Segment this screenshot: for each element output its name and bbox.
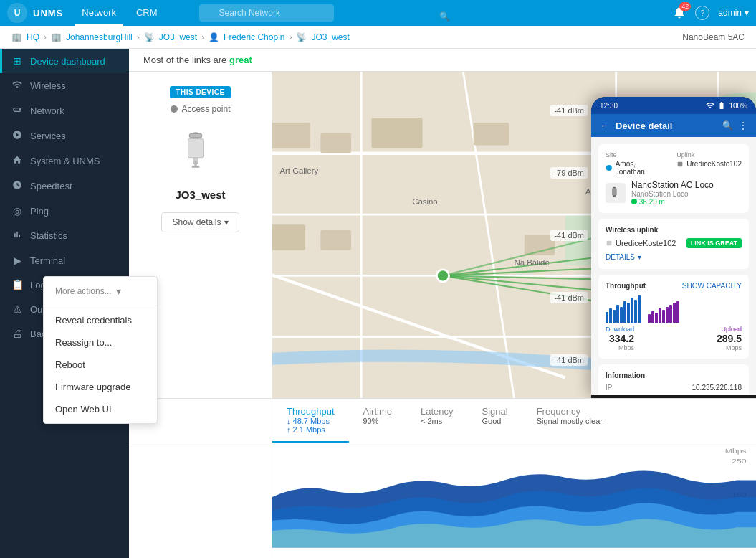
svg-rect-45 [607,241,612,246]
app-logo[interactable]: U [7,3,27,23]
device-type: Access point [170,104,230,114]
device-image [172,123,229,180]
svg-rect-5 [191,166,199,168]
svg-point-0 [171,105,178,113]
nav-tab-crm[interactable]: CRM [129,0,165,26]
svg-point-33 [436,270,449,282]
sidebar-item-ping[interactable]: ◎ Ping [0,199,129,223]
sidebar-item-system[interactable]: System & UNMS [0,148,129,174]
actions-dropdown: More actions... ▾ Reveal credentials Rea… [43,276,158,424]
breadcrumb-icon-person: 👤 [209,32,219,42]
logs-icon: 📋 [11,279,23,290]
breadcrumb-icon-device: 📡 [296,32,307,42]
breadcrumb-hq[interactable]: HQ [27,32,39,42]
dropdown-reassign[interactable]: Reassign to... [44,331,157,354]
show-capacity-button[interactable]: SHOW CAPACITY [682,282,742,290]
phone-back-button[interactable]: ← [600,120,610,131]
tab-latency[interactable]: Latency < 2ms [406,399,468,443]
phone-details-link[interactable]: DETAILS [606,253,635,261]
sidebar-item-statistics[interactable]: Statistics [0,223,129,248]
dashboard-icon: ⊞ [11,55,23,67]
services-icon [11,130,23,142]
wireless-icon [11,80,23,92]
backups-icon: 🖨 [11,328,23,339]
dropdown-reveal-credentials[interactable]: Reveal credentials [44,309,157,331]
sidebar-item-network[interactable]: Network [0,98,129,123]
phone-device-row: NanoStation AC Loco NanoStation Loco 36.… [606,180,742,206]
svg-text:250: 250 [732,458,746,465]
notification-count: 42 [679,2,691,11]
tab-signal[interactable]: Signal Good [468,399,522,443]
svg-rect-3 [188,139,203,158]
search-input[interactable] [199,4,334,22]
more-actions-header[interactable]: More actions... ▾ [44,280,157,303]
breadcrumb-jo3[interactable]: JO3_west [159,32,197,42]
dropdown-reboot[interactable]: Reboot [44,354,157,376]
system-icon [11,155,23,167]
statistics-icon [11,230,23,242]
tab-frequency[interactable]: Frequency Signal mostly clear [522,399,617,443]
speedtest-icon [11,180,23,192]
phone-chart-download [606,294,742,323]
breadcrumb-device[interactable]: JO3_west [311,32,349,42]
phone-status-bar: 12:30 100% [591,97,756,114]
svg-rect-43 [612,188,617,195]
dropdown-firmware[interactable]: Firmware upgrade [44,376,157,398]
sidebar-item-terminal[interactable]: ▶ Terminal [0,248,129,273]
this-device-badge: THIS DEVICE [170,86,230,98]
stats-tabs: Throughput ↓ 48.7 Mbps ↑ 2.1 Mbps Airtim… [129,399,756,443]
phone-site-section: Site Amos, Jonathan Uplink Ur [598,144,749,213]
dropdown-open-webui[interactable]: Open Web UI [44,398,157,420]
svg-rect-25 [320,230,351,250]
help-button[interactable]: ? [695,6,709,20]
phone-search-icon[interactable]: 🔍 [722,120,733,131]
status-word: great [229,55,252,65]
svg-rect-20 [320,133,351,153]
breadcrumb: 🏢 HQ › 🏢 JohannesburgHill › 📡 JO3_west ›… [0,26,756,49]
svg-rect-41 [678,161,683,166]
sidebar-item-dashboard[interactable]: ⊞ Device dashboard [0,49,129,73]
svg-rect-22 [474,123,509,145]
phone-info-section: Information IP 10.235.226.118 MAC D3:89:… [598,364,749,395]
search-icon: 🔍 [439,11,450,22]
phone-wireless-section: Wireless uplink UrediceKoste102 LINK IS … [598,219,749,269]
top-nav: U UNMS Network CRM 🔍 42 ? admin ▾ [0,0,756,26]
ping-icon: ◎ [11,205,23,217]
sidebar-item-wireless[interactable]: Wireless [0,73,129,98]
phone-throughput-section: Throughput SHOW CAPACITY [598,275,749,359]
svg-text:Casino: Casino [412,197,437,206]
breadcrumb-person[interactable]: Frederic Chopin [224,32,284,42]
svg-rect-21 [371,118,422,148]
phone-more-icon[interactable]: ⋮ [739,120,747,131]
admin-menu[interactable]: admin ▾ [718,8,749,18]
svg-rect-2 [189,134,202,138]
notifications-button[interactable]: 42 [672,5,686,22]
status-bar: Most of the links are great [129,49,756,72]
content-area: THIS DEVICE Access point J [129,72,756,398]
main-layout: ⊞ Device dashboard Wireless Network Serv… [0,49,756,558]
sidebar-item-speedtest[interactable]: Speedtest [0,174,129,199]
terminal-icon: ▶ [11,255,23,266]
network-icon [11,105,23,117]
svg-rect-19 [272,123,310,148]
nav-tab-network[interactable]: Network [75,0,123,26]
tab-throughput[interactable]: Throughput ↓ 48.7 Mbps ↑ 2.1 Mbps [272,399,349,443]
device-type-label: NanoBeam 5AC [682,32,745,42]
sidebar-item-services[interactable]: Services [0,123,129,148]
main-content: Most of the links are great THIS DEVICE … [129,49,756,558]
svg-point-40 [606,165,612,171]
breadcrumb-icon-jo3: 📡 [144,32,155,42]
top-nav-right: 42 ? admin ▾ [672,5,749,22]
device-name: JO3_west [175,189,225,201]
breadcrumb-icon-hq: 🏢 [11,32,22,42]
app-brand: UNMS [33,8,63,19]
breadcrumb-icon-jhill: 🏢 [51,32,62,42]
link-status-badge: LINK IS GREAT [686,238,742,248]
svg-point-44 [631,199,637,204]
tab-airtime[interactable]: Airtime 90% [349,399,406,443]
outages-icon: ⚠ [11,303,23,315]
breadcrumb-jhill[interactable]: JohannesburgHill [66,32,133,42]
show-details-button[interactable]: Show details ▾ [161,212,239,232]
svg-rect-24 [272,224,305,250]
svg-text:Na Bálide: Na Bálide [515,258,550,267]
